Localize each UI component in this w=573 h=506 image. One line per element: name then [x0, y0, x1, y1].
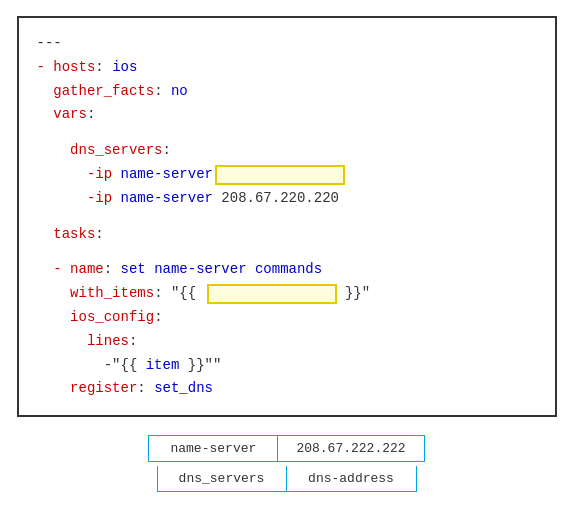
dns-key: dns_servers	[70, 139, 162, 163]
hosts-colon: :	[95, 56, 112, 80]
wi-close: }}"	[337, 282, 371, 306]
reg-value: set_dns	[154, 377, 213, 401]
code-line-item: -"{{ item }}""	[37, 354, 537, 378]
ios-key: ios_config	[70, 306, 154, 330]
line1-text: ---	[37, 32, 62, 56]
code-line-4: vars:	[37, 103, 537, 127]
code-line-register: register: set_dns	[37, 377, 537, 401]
name-key: name	[70, 258, 104, 282]
code-line-name: - name: set name-server commands	[37, 258, 537, 282]
code-line-2: - hosts: ios	[37, 56, 537, 80]
ios-indent	[37, 306, 71, 330]
code-line-1: ---	[37, 32, 537, 56]
table-cell-2-1[interactable]: dns_servers	[157, 466, 287, 492]
vars-indent	[37, 103, 54, 127]
hosts-key: hosts	[53, 56, 95, 80]
ip2-val: 208.67.220.220	[213, 187, 339, 211]
table-cell-1-1[interactable]: name-server	[148, 435, 278, 462]
item-quote: "	[213, 354, 221, 378]
dns-indent	[37, 139, 71, 163]
wi-input-box[interactable]	[207, 284, 337, 304]
ip2-kw: name-server	[121, 187, 213, 211]
hosts-value: ios	[112, 56, 137, 80]
bottom-table: name-server 208.67.222.222 dns_servers d…	[148, 435, 424, 492]
code-line-6: dns_servers:	[37, 139, 537, 163]
gather-key: gather_facts	[53, 80, 154, 104]
dns-colon: :	[163, 139, 171, 163]
ip1-kw: name-server	[121, 163, 213, 187]
lines-colon: :	[129, 330, 137, 354]
ip1-prefix: -ip	[37, 163, 121, 187]
wi-key: with_items	[70, 282, 154, 306]
item-close: }}"	[179, 354, 213, 378]
table-cell-1-2[interactable]: 208.67.222.222	[278, 435, 424, 462]
code-line-tasks: tasks:	[37, 223, 537, 247]
item-indent: -"{{	[37, 354, 146, 378]
wi-indent	[37, 282, 71, 306]
table-row-1: name-server 208.67.222.222	[148, 435, 424, 462]
item-kw: item	[146, 354, 180, 378]
code-line-8: -ip name-server 208.67.220.220	[37, 187, 537, 211]
gather-prefix	[37, 80, 54, 104]
ip2-prefix: -ip	[37, 187, 121, 211]
tasks-colon: :	[95, 223, 103, 247]
ios-colon: :	[154, 306, 162, 330]
reg-indent	[37, 377, 71, 401]
code-line-lines: lines:	[37, 330, 537, 354]
reg-colon: :	[137, 377, 154, 401]
code-line-3: gather_facts: no	[37, 80, 537, 104]
name-colon: :	[104, 258, 121, 282]
tasks-indent	[37, 223, 54, 247]
code-line-7: -ip name-server	[37, 163, 537, 187]
gather-colon: :	[154, 80, 171, 104]
code-block: --- - hosts: ios gather_facts: no vars: …	[17, 16, 557, 417]
vars-key: vars	[53, 103, 87, 127]
name-dash: -	[37, 258, 71, 282]
wi-open: "{{	[171, 282, 205, 306]
code-line-iosconfig: ios_config:	[37, 306, 537, 330]
table-row-2: dns_servers dns-address	[157, 466, 417, 492]
ip1-input-box[interactable]	[215, 165, 345, 185]
lines-key: lines	[87, 330, 129, 354]
reg-key: register	[70, 377, 137, 401]
code-line-withitems: with_items: "{{ }}"	[37, 282, 537, 306]
gather-value: no	[171, 80, 188, 104]
wi-colon: :	[154, 282, 171, 306]
vars-colon: :	[87, 103, 95, 127]
tasks-key: tasks	[53, 223, 95, 247]
name-value: set name-server commands	[121, 258, 323, 282]
table-cell-2-2[interactable]: dns-address	[287, 466, 417, 492]
lines-indent	[37, 330, 87, 354]
hosts-prefix: -	[37, 56, 54, 80]
